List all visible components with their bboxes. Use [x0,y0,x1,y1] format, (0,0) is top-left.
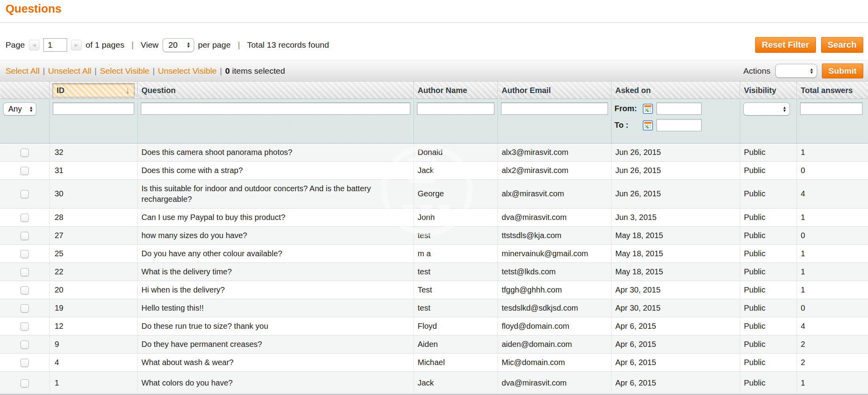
author-email-filter-input[interactable] [501,102,608,115]
separator: | [238,40,240,50]
cell-asked-on: Apr 6, 2015 [611,353,740,371]
cell-author-name: Donald [413,143,498,161]
table-row[interactable]: 25 Do you have any other colour availabl… [0,244,868,263]
row-checkbox[interactable] [21,341,29,349]
row-checkbox[interactable] [21,232,29,240]
column-header-total-answers[interactable]: Total answers [797,82,868,99]
row-checkbox[interactable] [21,359,29,367]
column-header-author-email[interactable]: Author Email [498,82,611,99]
calendar-icon[interactable] [643,104,653,114]
header-checkbox-column [0,82,49,99]
asked-from-date-input[interactable] [657,102,702,115]
cell-asked-on: Apr 6, 2015 [611,371,740,395]
row-checkbox[interactable] [21,190,29,198]
select-visible-link[interactable]: Select Visible [100,66,150,76]
per-page-value: 20 [168,40,178,50]
table-row[interactable]: 30 Is this suitable for indoor and outdo… [0,179,868,208]
submit-button[interactable]: Submit [822,63,863,78]
checkbox-filter-select[interactable]: Any ▲▼ [3,102,36,116]
previous-page-button[interactable]: ◀ [29,40,39,50]
visibility-filter-select[interactable]: ▲▼ [743,102,790,116]
cell-question: Is this suitable for indoor and outdoor … [137,179,413,208]
reset-filter-button[interactable]: Reset Filter [755,37,816,53]
table-row[interactable]: 32 Does this camera shoot panorama photo… [0,143,868,161]
separator: | [43,66,45,76]
cell-total-answers: 0 [797,161,868,179]
row-checkbox[interactable] [21,304,29,313]
cell-author-name: test [413,299,498,317]
pager: Page ◀ ▶ of 1 pages | View 20 ▲▼ per pag… [6,38,329,52]
cell-author-email: tetst@lkds.com [498,263,611,281]
asked-to-date-input[interactable] [657,119,702,131]
table-row[interactable]: 31 Does this come with a strap? Jack alx… [0,161,868,179]
cell-question: Hi when is the delivery? [137,281,413,299]
cell-author-email: minervainuk@gmail.com [498,244,611,263]
cell-id: 28 [49,208,137,226]
cell-author-name: test [413,226,498,244]
cell-author-email: dva@mirasvit.com [498,208,611,226]
cell-question: What about wash & wear? [137,353,413,371]
table-row[interactable]: 28 Can I use my Paypal to buy this produ… [0,208,868,226]
cell-question: how many sizes do you have? [137,226,413,244]
table-row[interactable]: 19 Hello testing this!! test tesdslkd@sd… [0,299,868,317]
checkbox-filter-value: Any [8,104,22,114]
cell-author-name: Floyd [413,317,498,335]
cell-visibility: Public [740,161,797,179]
row-checkbox[interactable] [21,268,29,276]
cell-asked-on: Jun 26, 2015 [611,179,740,208]
cell-id: 1 [49,371,137,395]
table-row[interactable]: 20 Hi when is the delivery? Test tfggh@g… [0,281,868,299]
id-filter-input[interactable] [53,102,134,115]
row-checkbox[interactable] [21,167,29,175]
select-arrows-icon: ▲▼ [187,42,191,48]
table-row[interactable]: 22 What is the delivery time? test tetst… [0,263,868,281]
column-header-author-name[interactable]: Author Name [413,82,498,99]
cell-total-answers: 1 [797,371,868,395]
questions-grid-page: Questions Page ◀ ▶ of 1 pages | View 20 … [0,0,868,395]
table-row[interactable]: 1 What colors do you have? Jack dva@mira… [0,371,868,395]
questions-table: ID ↓ Question Author Name Author Email A… [0,82,868,395]
cell-id: 4 [49,353,137,371]
per-page-select[interactable]: 20 ▲▼ [163,38,194,52]
column-header-asked-on[interactable]: Asked on [611,82,740,99]
cell-asked-on: Jun 26, 2015 [611,143,740,161]
table-row[interactable]: 12 Do these run true to size? thank you … [0,317,868,335]
author-name-filter-input[interactable] [417,102,494,115]
view-label: View [141,40,159,50]
unselect-visible-link[interactable]: Unselect Visible [158,66,217,76]
page-number-input[interactable] [43,38,67,52]
cell-author-email: floyd@domain.com [498,317,611,335]
cell-total-answers: 1 [797,143,868,161]
row-checkbox[interactable] [21,149,29,157]
column-header-id-label: ID [57,86,65,95]
total-answers-filter-input[interactable] [800,102,862,115]
cell-total-answers: 1 [797,244,868,263]
row-checkbox[interactable] [21,250,29,258]
calendar-icon[interactable] [643,120,653,130]
cell-author-name: Test [413,281,498,299]
row-checkbox[interactable] [21,214,29,222]
table-row[interactable]: 4 What about wash & wear? Michael Mic@do… [0,353,868,371]
select-arrows-icon: ▲▼ [29,106,33,112]
filter-row: Any ▲▼ From: [0,99,868,143]
table-row[interactable]: 9 Do they have permanent creases? Aiden … [0,335,868,353]
table-row[interactable]: 27 how many sizes do you have? test ttst… [0,226,868,244]
unselect-all-link[interactable]: Unselect All [48,66,92,76]
column-header-visibility[interactable]: Visibility [740,82,797,99]
row-checkbox[interactable] [21,322,29,331]
total-pages-label: of 1 pages [86,40,124,50]
search-button[interactable]: Search [821,37,863,53]
question-filter-input[interactable] [141,102,410,115]
row-checkbox[interactable] [21,286,29,294]
column-header-question[interactable]: Question [137,82,413,99]
actions-select[interactable]: ▲▼ [775,64,817,78]
next-page-button[interactable]: ▶ [71,40,82,50]
actions-label: Actions [743,66,771,76]
header-row: ID ↓ Question Author Name Author Email A… [0,82,868,99]
select-all-link[interactable]: Select All [6,66,39,76]
cell-id: 25 [49,244,137,263]
cell-total-answers: 1 [797,281,868,299]
cell-author-email: alx@mirasvit.com [498,179,611,208]
column-header-id[interactable]: ID ↓ [49,82,137,99]
row-checkbox[interactable] [21,379,29,388]
